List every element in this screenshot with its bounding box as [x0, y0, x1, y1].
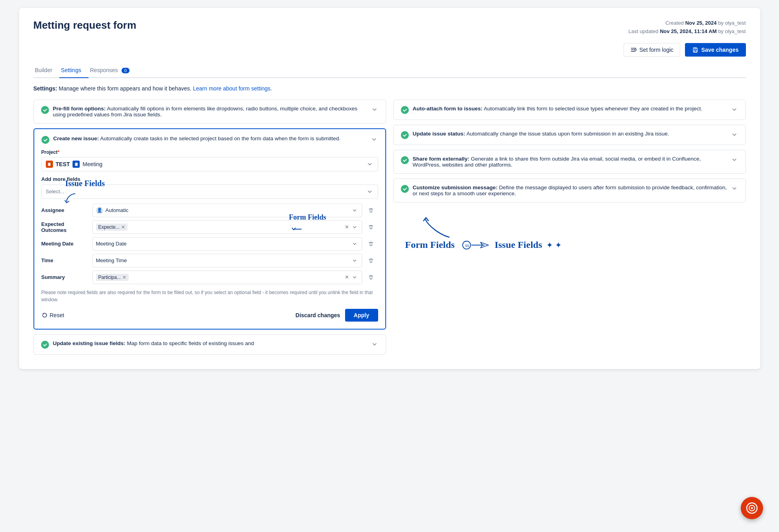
annotation-form-fields: Form Fields: [405, 239, 455, 250]
summary-delete-button[interactable]: [365, 272, 377, 283]
update-status-check: [401, 131, 409, 139]
summary-label: Summary: [41, 274, 89, 280]
set-form-logic-button[interactable]: Set form logic: [624, 43, 681, 57]
field-row-meeting-date: Meeting Date Meeting Date: [41, 237, 378, 251]
settings-description: Settings: Manage where this form appears…: [33, 85, 746, 92]
update-fields-header: Update existing issue fields: Map form d…: [41, 340, 379, 349]
expected-tag-remove[interactable]: ✕: [121, 224, 125, 230]
project-icon: 📋: [46, 161, 53, 168]
update-issue-fields-card: Update existing issue fields: Map form d…: [33, 334, 386, 355]
project-label: Project*: [41, 149, 378, 155]
time-label: Time: [41, 257, 89, 263]
tab-builder[interactable]: Builder: [33, 63, 60, 78]
right-column: Auto-attach form to issues: Automaticall…: [393, 100, 746, 355]
note-text: Please note required fields are also req…: [41, 289, 378, 303]
create-issue-chevron[interactable]: [370, 135, 378, 143]
target-icon-svg: [746, 502, 758, 514]
right-annotation-area: Form Fields to Issue Fields ✦ ✦: [393, 207, 746, 259]
update-status-card: Update issue status: Automatically chang…: [393, 125, 746, 145]
customize-submission-card: Customize submission message: Define the…: [393, 179, 746, 202]
project-field-group: Project* 📋 TEST 📋 Meeting: [41, 149, 378, 171]
add-fields-select[interactable]: Select...: [41, 185, 378, 199]
update-fields-text: Update existing issue fields: Map form d…: [53, 340, 254, 346]
field-row-assignee: Assignee 👤 Automatic: [41, 204, 378, 217]
auto-attach-check: [401, 106, 409, 114]
expected-delete-button[interactable]: [365, 222, 377, 233]
project-test-label: TEST: [56, 161, 70, 167]
create-issue-card: Create new issue: Automatically create t…: [33, 128, 386, 330]
summary-tag: Participa... ✕: [96, 274, 129, 281]
tab-responses[interactable]: Responses 0: [88, 63, 137, 78]
footer-right: Discard changes Apply: [296, 309, 378, 322]
share-form-chevron[interactable]: [730, 156, 738, 164]
top-bar: Metting request form Created Nov 25, 202…: [33, 19, 746, 36]
prefill-card: Pre-fill form options: Automatically fil…: [33, 100, 386, 124]
time-select[interactable]: Meeting Time: [92, 254, 362, 267]
reset-button[interactable]: Reset: [41, 312, 65, 318]
create-issue-header: Create new issue: Automatically create t…: [41, 135, 378, 144]
customize-submission-chevron[interactable]: [730, 185, 738, 192]
tab-settings[interactable]: Settings: [59, 63, 88, 78]
share-form-card: Share form externally: Generate a link t…: [393, 150, 746, 174]
responses-badge: 0: [122, 68, 130, 73]
auto-attach-chevron[interactable]: [730, 106, 738, 114]
meta-info: Created Nov 25, 2024 by olya_test Last u…: [628, 19, 746, 36]
page-container: Metting request form Created Nov 25, 202…: [19, 8, 760, 369]
summary-clear-icon[interactable]: ✕: [345, 274, 349, 280]
meeting-date-delete-button[interactable]: [365, 238, 377, 249]
prefill-header: Pre-fill form options: Automatically fil…: [41, 106, 379, 118]
clear-icon[interactable]: ✕: [345, 224, 349, 230]
meeting-date-chevron: [351, 240, 359, 248]
reset-icon: [41, 312, 48, 318]
summary-tag-remove[interactable]: ✕: [122, 275, 126, 280]
assignee-avatar: 👤: [96, 207, 103, 214]
update-fields-chevron[interactable]: [371, 340, 379, 348]
time-value: Meeting Time: [96, 257, 127, 263]
meeting-date-value: Meeting Date: [96, 241, 127, 247]
annotation-issue-fields: Issue Fields: [494, 239, 542, 250]
select-placeholder-container: Select... Issue Fields: [41, 185, 378, 199]
updated-info: Last updated Nov 25, 2024, 11:14 AM by o…: [628, 27, 746, 36]
auto-attach-card: Auto-attach form to issues: Automaticall…: [393, 100, 746, 120]
field-row-time: Time Meeting Time: [41, 254, 378, 267]
assignee-select[interactable]: 👤 Automatic: [92, 204, 362, 217]
update-fields-check: [41, 341, 49, 349]
svg-point-0: [635, 49, 636, 51]
prefill-header-left: Pre-fill form options: Automatically fil…: [41, 106, 371, 118]
tabs: Builder Settings Responses 0: [33, 63, 746, 78]
page-title: Metting request form: [33, 19, 137, 31]
project-select[interactable]: 📋 TEST 📋 Meeting: [41, 157, 378, 171]
time-delete-button[interactable]: [365, 255, 377, 266]
discard-button[interactable]: Discard changes: [296, 312, 340, 318]
annotation-arrow-up: [421, 215, 453, 239]
create-issue-header-left: Create new issue: Automatically create t…: [41, 135, 370, 144]
assignee-chevron: [351, 206, 359, 214]
annotation-arrow-right: to: [459, 239, 491, 251]
customize-submission-text: Customize submission message: Define the…: [413, 185, 730, 196]
expected-select[interactable]: Expecte... ✕ ✕: [92, 220, 362, 234]
learn-more-link[interactable]: Learn more about form settings.: [193, 85, 272, 92]
share-form-text: Share form externally: Generate a link t…: [413, 156, 730, 168]
expected-chevron: [351, 223, 359, 231]
add-more-fields-label: Add more fields: [41, 176, 378, 182]
time-chevron: [351, 257, 359, 265]
save-changes-button[interactable]: Save changes: [685, 43, 746, 57]
summary-select[interactable]: Participa... ✕ ✕: [92, 271, 362, 284]
assignee-delete-button[interactable]: [365, 205, 377, 216]
svg-text:to: to: [465, 243, 469, 248]
meeting-date-select[interactable]: Meeting Date: [92, 237, 362, 251]
summary-chevron: [351, 273, 359, 281]
create-issue-text: Create new issue: Automatically create t…: [53, 135, 341, 141]
expected-label: Expected Outcomes: [41, 221, 89, 233]
target-icon[interactable]: [741, 497, 763, 519]
svg-rect-1: [694, 50, 697, 52]
left-column: Pre-fill form options: Automatically fil…: [33, 100, 386, 355]
prefill-chevron[interactable]: [371, 106, 379, 114]
select-placeholder: Select...: [46, 188, 65, 194]
field-row-summary: Summary Participa... ✕ ✕: [41, 271, 378, 284]
logic-icon: [630, 47, 637, 53]
update-status-chevron[interactable]: [730, 131, 738, 139]
apply-button[interactable]: Apply: [345, 309, 378, 322]
expected-tag: Expecte... ✕: [96, 224, 128, 231]
project-board-icon: 📋: [73, 161, 80, 168]
